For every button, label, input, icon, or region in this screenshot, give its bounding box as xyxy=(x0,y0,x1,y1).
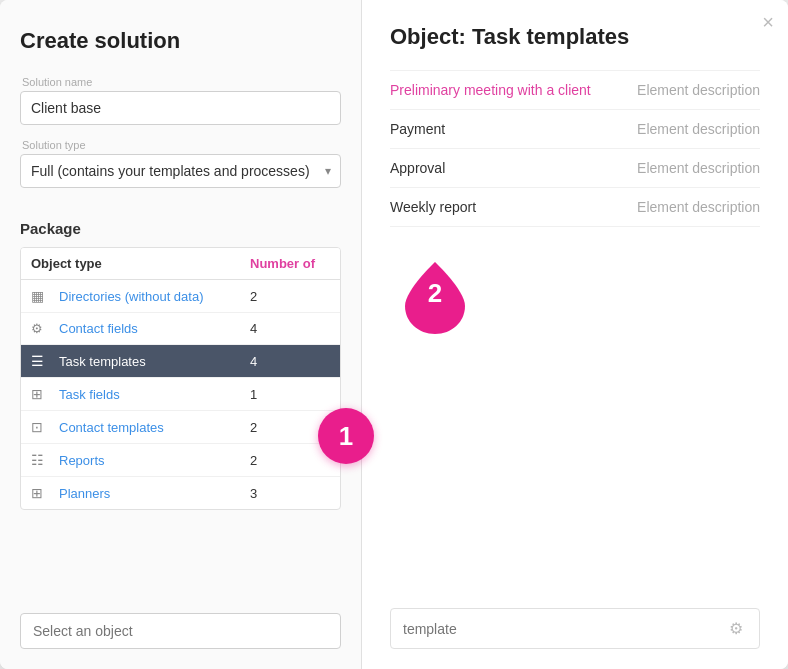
col-header-type: Object type xyxy=(31,256,250,271)
row-num: 1 xyxy=(250,387,330,402)
modal-container: × Create solution Solution name Solution… xyxy=(0,0,788,669)
contact-templates-icon: ⊡ xyxy=(31,419,51,435)
row-num: 4 xyxy=(250,321,330,336)
row-label: Contact templates xyxy=(59,420,250,435)
row-num: 2 xyxy=(250,453,330,468)
select-object-input[interactable] xyxy=(20,613,341,649)
add-template-input[interactable] xyxy=(403,621,725,637)
list-item[interactable]: Preliminary meeting with a client Elemen… xyxy=(390,70,760,110)
solution-type-wrap: Full (contains your templates and proces… xyxy=(20,154,341,188)
col-header-num: Number of xyxy=(250,256,330,271)
item-name: Approval xyxy=(390,160,637,176)
row-label: Task templates xyxy=(59,354,250,369)
list-item[interactable]: Weekly report Element description xyxy=(390,188,760,227)
item-name: Payment xyxy=(390,121,637,137)
row-num: 3 xyxy=(250,486,330,501)
solution-name-input[interactable] xyxy=(20,91,341,125)
planners-icon: ⊞ xyxy=(31,485,51,501)
item-desc: Element description xyxy=(637,121,760,137)
task-template-icon: ☰ xyxy=(31,353,51,369)
table-row[interactable]: ⊞ Task fields 1 xyxy=(21,378,340,411)
package-table: Object type Number of ▦ Directories (wit… xyxy=(20,247,341,510)
add-template-row: ⚙ xyxy=(390,608,760,649)
directories-icon: ▦ xyxy=(31,288,51,304)
right-panel-title: Object: Task templates xyxy=(390,24,760,50)
table-row[interactable]: ☷ Reports 2 xyxy=(21,444,340,477)
left-panel-title: Create solution xyxy=(20,28,341,54)
solution-type-select[interactable]: Full (contains your templates and proces… xyxy=(20,154,341,188)
package-section-title: Package xyxy=(20,220,341,237)
close-button[interactable]: × xyxy=(762,12,774,32)
table-row[interactable]: ⚙ Contact fields 4 xyxy=(21,313,340,345)
table-row[interactable]: ⊞ Planners 3 xyxy=(21,477,340,509)
list-item[interactable]: Approval Element description xyxy=(390,149,760,188)
row-num: 2 xyxy=(250,420,330,435)
object-list: Preliminary meeting with a client Elemen… xyxy=(390,70,760,596)
row-num: 4 xyxy=(250,354,330,369)
item-desc: Element description xyxy=(637,199,760,215)
table-row[interactable]: ▦ Directories (without data) 2 xyxy=(21,280,340,313)
row-label: Directories (without data) xyxy=(59,289,250,304)
solution-name-label: Solution name xyxy=(20,76,341,88)
item-name: Preliminary meeting with a client xyxy=(390,82,637,98)
reports-icon: ☷ xyxy=(31,452,51,468)
contact-icon: ⚙ xyxy=(31,321,51,336)
row-label: Planners xyxy=(59,486,250,501)
solution-name-group: Solution name xyxy=(20,76,341,125)
table-row-active[interactable]: ☰ Task templates 4 xyxy=(21,345,340,378)
table-header: Object type Number of xyxy=(21,248,340,280)
right-panel: Object: Task templates Preliminary meeti… xyxy=(362,0,788,669)
list-item[interactable]: Payment Element description xyxy=(390,110,760,149)
item-desc: Element description xyxy=(637,160,760,176)
task-fields-icon: ⊞ xyxy=(31,386,51,402)
table-row[interactable]: ⊡ Contact templates 2 xyxy=(21,411,340,444)
item-name: Weekly report xyxy=(390,199,637,215)
row-label: Task fields xyxy=(59,387,250,402)
row-num: 2 xyxy=(250,289,330,304)
solution-type-label: Solution type xyxy=(20,139,341,151)
item-desc: Element description xyxy=(637,82,760,98)
left-panel: Create solution Solution name Solution t… xyxy=(0,0,362,669)
solution-type-group: Solution type Full (contains your templa… xyxy=(20,139,341,188)
row-label: Reports xyxy=(59,453,250,468)
row-label: Contact fields xyxy=(59,321,250,336)
gear-button[interactable]: ⚙ xyxy=(725,617,747,640)
